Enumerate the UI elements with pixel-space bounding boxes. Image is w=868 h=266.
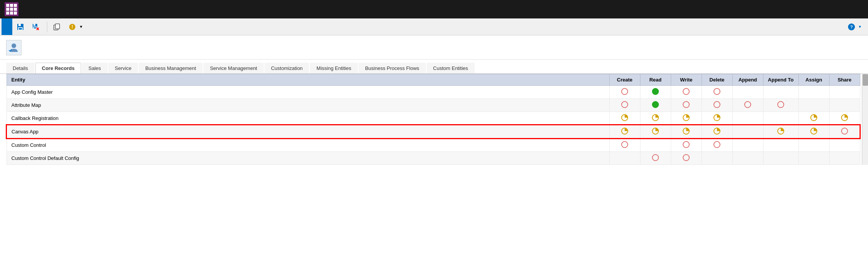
col-write: Write [671, 74, 702, 86]
perm-cell[interactable] [798, 112, 829, 125]
perm-cell[interactable] [829, 86, 860, 99]
permissions-table: EntityCreateReadWriteDeleteAppendAppend … [6, 74, 860, 165]
perm-circle-none [777, 101, 784, 108]
perm-cell[interactable] [671, 86, 702, 99]
perm-circle-quarter [683, 128, 690, 135]
table-row[interactable]: Custom Control Default Config [7, 152, 860, 165]
tab-service-management[interactable]: Service Management [203, 63, 264, 73]
perm-cell[interactable] [798, 125, 829, 138]
perm-cell[interactable] [732, 125, 763, 138]
perm-cell[interactable] [732, 138, 763, 152]
perm-cell[interactable] [609, 138, 640, 152]
perm-cell[interactable] [702, 99, 732, 112]
perm-circle-quarter [777, 128, 784, 135]
perm-cell[interactable] [798, 99, 829, 112]
perm-empty [777, 88, 784, 95]
perm-cell[interactable] [609, 152, 640, 165]
perm-empty [744, 114, 751, 121]
perm-empty [777, 141, 784, 148]
perm-cell[interactable] [640, 152, 671, 165]
perm-cell[interactable] [640, 112, 671, 125]
page-header [0, 35, 868, 60]
perm-circle-none [621, 88, 628, 95]
file-button[interactable] [2, 18, 12, 35]
perm-cell[interactable] [763, 152, 798, 165]
perm-cell[interactable] [702, 86, 732, 99]
perm-cell[interactable] [671, 138, 702, 152]
tab-details[interactable]: Details [6, 63, 35, 73]
tab-core-records[interactable]: Core Records [35, 63, 81, 73]
col-create: Create [609, 74, 640, 86]
save-and-close-button[interactable] [28, 20, 45, 34]
perm-cell[interactable] [609, 125, 640, 138]
tab-custom-entities[interactable]: Custom Entities [427, 63, 475, 73]
perm-cell[interactable] [702, 125, 732, 138]
perm-cell[interactable] [829, 138, 860, 152]
table-row[interactable]: Attribute Map [7, 99, 860, 112]
scrollbar-thumb[interactable] [863, 74, 868, 86]
actions-dropdown-arrow: ▼ [79, 25, 83, 29]
perm-cell[interactable] [671, 152, 702, 165]
perm-cell[interactable] [763, 125, 798, 138]
table-row[interactable]: App Config Master [7, 86, 860, 99]
table-row[interactable]: Canvas App [7, 125, 860, 138]
perm-empty [777, 154, 784, 161]
perm-cell[interactable] [829, 112, 860, 125]
perm-cell[interactable] [671, 112, 702, 125]
perm-cell[interactable] [640, 86, 671, 99]
perm-circle-quarter [810, 114, 817, 121]
perm-cell[interactable] [829, 152, 860, 165]
perm-empty [744, 141, 751, 148]
perm-cell[interactable] [671, 99, 702, 112]
scrollbar[interactable] [862, 74, 868, 165]
perm-empty [841, 141, 848, 148]
svg-rect-11 [55, 24, 60, 29]
tab-business-management[interactable]: Business Management [139, 63, 203, 73]
perm-circle-quarter [621, 114, 628, 121]
perm-cell[interactable] [609, 112, 640, 125]
perm-cell[interactable] [609, 99, 640, 112]
perm-cell[interactable] [763, 138, 798, 152]
perm-cell[interactable] [702, 138, 732, 152]
perm-cell[interactable] [732, 99, 763, 112]
perm-cell[interactable] [732, 86, 763, 99]
table-row[interactable]: Callback Registration [7, 112, 860, 125]
perm-empty [777, 114, 784, 121]
perm-cell[interactable] [763, 112, 798, 125]
actions-button[interactable]: ! ▼ [65, 20, 86, 34]
perm-cell[interactable] [732, 152, 763, 165]
perm-cell[interactable] [829, 99, 860, 112]
tab-business-process-flows[interactable]: Business Process Flows [359, 63, 426, 73]
perm-circle-none [713, 88, 720, 95]
tab-sales[interactable]: Sales [82, 63, 108, 73]
perm-cell[interactable] [702, 152, 732, 165]
perm-cell[interactable] [829, 125, 860, 138]
perm-empty [621, 154, 628, 161]
perm-cell[interactable] [609, 86, 640, 99]
table-row[interactable]: Custom Control [7, 138, 860, 152]
perm-cell[interactable] [732, 112, 763, 125]
perm-circle-none [683, 88, 690, 95]
help-button[interactable]: ? ▼ [848, 23, 866, 30]
perm-cell[interactable] [798, 138, 829, 152]
perm-cell[interactable] [702, 112, 732, 125]
tab-customization[interactable]: Customization [264, 63, 309, 73]
perm-cell[interactable] [640, 138, 671, 152]
perm-cell[interactable] [798, 152, 829, 165]
perm-circle-quarter [713, 114, 720, 121]
svg-rect-5 [33, 24, 35, 26]
perm-cell[interactable] [798, 86, 829, 99]
perm-cell[interactable] [763, 99, 798, 112]
perm-cell[interactable] [640, 99, 671, 112]
tab-service[interactable]: Service [108, 63, 138, 73]
save-button[interactable] [13, 20, 28, 34]
perm-cell[interactable] [671, 125, 702, 138]
tab-missing-entities[interactable]: Missing Entities [310, 63, 358, 73]
col-append-to: Append To [763, 74, 798, 86]
perm-cell[interactable] [763, 86, 798, 99]
waffle-button[interactable] [5, 2, 18, 16]
perm-cell[interactable] [640, 125, 671, 138]
copy-button[interactable] [50, 20, 64, 34]
entity-name: Canvas App [7, 125, 609, 138]
perm-empty [744, 154, 751, 161]
